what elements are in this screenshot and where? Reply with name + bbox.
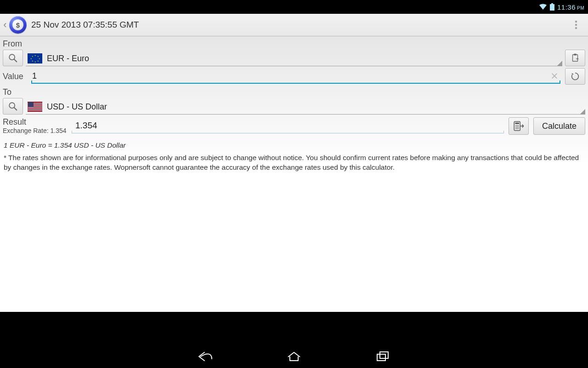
from-search-button[interactable] — [3, 50, 23, 66]
home-icon — [286, 351, 302, 362]
from-label: From — [3, 38, 585, 50]
battery-icon — [550, 3, 554, 11]
svg-line-3 — [14, 59, 17, 62]
nav-back-button[interactable] — [192, 348, 217, 365]
status-time: 11:36PM — [557, 3, 584, 11]
nav-home-button[interactable] — [282, 348, 306, 365]
swap-button[interactable] — [565, 68, 585, 85]
action-bar-title: 25 Nov 2013 07:35:55 GMT — [31, 20, 139, 30]
status-time-ampm: PM — [577, 6, 584, 11]
app-icon[interactable]: $ — [9, 16, 27, 34]
to-currency-text: USD - US Dollar — [47, 102, 107, 112]
to-currency-spinner[interactable]: USD - US Dollar — [26, 98, 585, 115]
svg-rect-4 — [573, 55, 578, 62]
svg-point-13 — [517, 125, 518, 126]
status-time-value: 11:36 — [557, 3, 576, 11]
svg-point-15 — [515, 126, 516, 127]
value-input-wrap — [31, 69, 560, 84]
clear-value-button[interactable] — [550, 72, 559, 80]
svg-rect-21 — [377, 354, 385, 361]
content-area: From ★★★★★★★★ EUR - Euro Value — [0, 36, 588, 312]
result-label: Result — [3, 117, 67, 127]
eu-flag-icon: ★★★★★★★★ — [28, 53, 42, 63]
calculator-icon — [513, 120, 525, 132]
refresh-icon — [570, 71, 580, 81]
svg-rect-5 — [574, 54, 577, 56]
value-input[interactable] — [31, 69, 560, 84]
svg-rect-22 — [380, 352, 388, 358]
svg-point-20 — [518, 128, 519, 129]
result-value-field: 1.354 — [72, 119, 504, 133]
svg-point-18 — [515, 128, 516, 129]
conversion-summary: 1 EUR - Euro = 1.354 USD - US Dollar — [3, 141, 585, 150]
dollar-icon: $ — [12, 19, 23, 30]
clipboard-icon — [570, 53, 580, 63]
wifi-icon — [539, 4, 547, 10]
recent-apps-icon — [376, 351, 390, 362]
calculate-button[interactable]: Calculate — [533, 117, 585, 135]
android-status-bar: 11:36PM — [0, 0, 588, 14]
calculate-button-label: Calculate — [542, 121, 577, 131]
svg-line-9 — [14, 108, 17, 110]
value-label: Value — [3, 72, 27, 81]
search-icon — [8, 53, 18, 63]
disclaimer-text: * The rates shown are for informational … — [3, 153, 585, 172]
to-search-button[interactable] — [3, 98, 23, 115]
android-nav-bar — [0, 345, 588, 368]
back-button[interactable]: ‹ — [2, 19, 8, 31]
svg-rect-0 — [551, 3, 553, 4]
svg-point-14 — [518, 125, 519, 126]
svg-point-19 — [517, 128, 518, 129]
svg-rect-1 — [550, 4, 554, 11]
from-currency-spinner[interactable]: ★★★★★★★★ EUR - Euro — [26, 50, 562, 66]
svg-point-17 — [518, 126, 519, 127]
search-icon — [8, 101, 18, 111]
nav-recent-button[interactable] — [371, 348, 396, 365]
svg-rect-11 — [515, 122, 519, 124]
copy-button[interactable] — [565, 50, 585, 66]
us-flag-icon — [28, 102, 42, 112]
svg-point-16 — [517, 126, 518, 127]
bottom-letterbox — [0, 312, 588, 345]
from-currency-text: EUR - Euro — [47, 54, 89, 63]
action-bar: ‹ $ 25 Nov 2013 07:35:55 GMT — [0, 14, 588, 36]
exchange-rate-label: Exchange Rate: 1.354 — [3, 127, 67, 134]
overflow-menu-button[interactable] — [567, 14, 585, 36]
close-icon — [551, 73, 558, 79]
result-value: 1.354 — [72, 119, 504, 133]
svg-point-12 — [515, 125, 516, 126]
to-label: To — [3, 86, 585, 98]
back-icon — [196, 351, 214, 362]
calculator-icon-button[interactable] — [509, 117, 529, 135]
